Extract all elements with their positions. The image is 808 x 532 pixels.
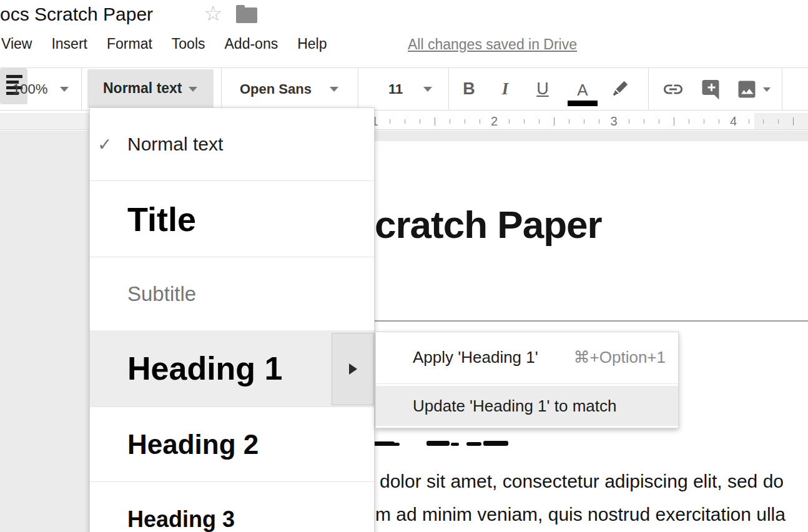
ruler-tick (435, 117, 435, 126)
toolbar-separator (221, 68, 222, 110)
underline-button[interactable]: U (530, 68, 555, 110)
ruler-number: 2 (491, 114, 498, 129)
paragraph-styles-menu: ✓ Normal text Title Subtitle Heading 1 H… (89, 107, 375, 532)
styles-value: Normal text (103, 80, 182, 97)
menu-tools[interactable]: Tools (172, 36, 205, 52)
ruler-tick (719, 119, 719, 124)
menu-bar: View Insert Format Tools Add-ons Help (1, 36, 327, 52)
ruler-tick (704, 119, 704, 124)
ruler-number: 3 (610, 114, 617, 129)
text-color-button[interactable]: A (566, 68, 599, 110)
style-item-heading-3[interactable]: Heading 3 (90, 482, 374, 532)
styles-caret-icon (189, 87, 197, 92)
highlight-color-button[interactable] (604, 68, 634, 110)
style-item-heading-2[interactable]: Heading 2 (90, 407, 374, 481)
ruler-tick (420, 119, 420, 124)
paragraph-styles-select[interactable]: Normal text (87, 69, 214, 108)
text-color-swatch (568, 101, 598, 106)
insert-image-button[interactable] (731, 68, 763, 110)
style-item-label: Heading 3 (127, 506, 235, 532)
menu-insert[interactable]: Insert (51, 36, 87, 52)
style-item-normal-text[interactable]: ✓ Normal text (90, 108, 374, 180)
style-item-label: Title (127, 200, 196, 239)
ruler-tick (584, 119, 584, 124)
ruler-tick (644, 119, 644, 124)
font-size-caret-icon (423, 87, 432, 92)
clipped-heading-fragment (483, 441, 508, 446)
style-item-subtitle[interactable]: Subtitle (90, 257, 374, 330)
zoom-select[interactable]: 100% (12, 68, 47, 110)
font-value: Open Sans (240, 81, 312, 97)
italic-button[interactable]: I (494, 68, 516, 110)
bold-button[interactable]: B (458, 68, 480, 110)
save-status-link[interactable]: All changes saved in Drive (408, 36, 577, 53)
toolbar-separator (81, 68, 82, 110)
font-size-value: 11 (388, 81, 403, 97)
link-icon (662, 78, 684, 101)
submenu-item-label: Apply 'Heading 1' (413, 348, 538, 367)
clipped-heading-fragment (392, 443, 400, 446)
ruler-tick (539, 119, 539, 124)
toolbar-separator (782, 68, 782, 110)
submenu-arrow-icon (349, 363, 357, 375)
document-title[interactable]: ocs Scratch Paper (0, 4, 153, 25)
toolbar-separator (358, 68, 358, 110)
menu-divider (376, 383, 678, 384)
ruler-tick (629, 119, 629, 124)
body-text-line: m ad minim veniam, quis nostrud exercita… (375, 504, 786, 525)
toolbar: 100% Normal text Open Sans 11 B I U A (0, 67, 808, 111)
ruler-tick (749, 119, 749, 124)
ruler-tick (674, 117, 674, 126)
submenu-item-apply[interactable]: Apply 'Heading 1' ⌘+Option+1 (376, 332, 678, 383)
heading-1-submenu: Apply 'Heading 1' ⌘+Option+1 Update 'Hea… (375, 332, 679, 428)
ruler-tick (599, 119, 599, 124)
menu-addons[interactable]: Add-ons (225, 36, 278, 52)
ruler-tick (569, 119, 569, 124)
font-select[interactable]: Open Sans (240, 68, 312, 110)
ruler-tick (390, 119, 390, 124)
ruler-tick (480, 119, 480, 124)
menu-format[interactable]: Format (107, 36, 152, 52)
keyboard-shortcut: ⌘+Option+1 (574, 348, 666, 367)
ruler-tick (465, 119, 465, 124)
heading-1-submenu-button[interactable] (332, 333, 374, 405)
body-text-line: dolor sit amet, consectetur adipiscing e… (380, 471, 784, 492)
submenu-item-label: Update 'Heading 1' to match (413, 397, 616, 416)
toolbar-separator (448, 68, 449, 110)
font-caret-icon (330, 87, 338, 92)
insert-link-button[interactable] (657, 68, 689, 110)
menu-help[interactable]: Help (297, 36, 327, 52)
ruler-tick (524, 119, 525, 124)
font-size-select[interactable]: 11 (388, 68, 403, 110)
style-item-title[interactable]: Title (90, 181, 374, 257)
style-item-label: Subtitle (127, 282, 196, 306)
ruler-tick (689, 119, 689, 124)
style-item-label: Normal text (127, 134, 223, 155)
ruler-number: 4 (730, 114, 737, 129)
clipped-heading-fragment (466, 442, 481, 446)
ruler-tick (405, 119, 405, 124)
submenu-item-update[interactable]: Update 'Heading 1' to match (376, 386, 678, 426)
ruler-tick (763, 119, 764, 124)
folder-icon[interactable] (236, 7, 257, 23)
insert-comment-button[interactable] (694, 68, 727, 110)
ruler-tick (659, 119, 659, 124)
menu-view[interactable]: View (1, 36, 32, 52)
text-color-letter: A (577, 81, 588, 100)
ruler-tick (554, 117, 554, 126)
zoom-caret-icon (60, 87, 69, 92)
ruler-tick (450, 119, 450, 124)
clipped-heading-fragment (373, 441, 395, 446)
ruler-tick (778, 119, 779, 124)
clipped-heading-fragment (451, 443, 459, 446)
doc-heading-title: cratch Paper (375, 202, 602, 247)
ruler-tick (793, 117, 794, 126)
comment-plus-icon (699, 78, 722, 101)
highlighter-icon (609, 79, 630, 100)
ruler-tick (509, 119, 510, 124)
image-icon (736, 78, 758, 101)
star-icon[interactable]: ☆ (204, 1, 222, 25)
clipped-heading-fragment (426, 441, 450, 446)
style-item-label: Heading 2 (127, 429, 259, 460)
image-caret-icon (763, 87, 771, 92)
